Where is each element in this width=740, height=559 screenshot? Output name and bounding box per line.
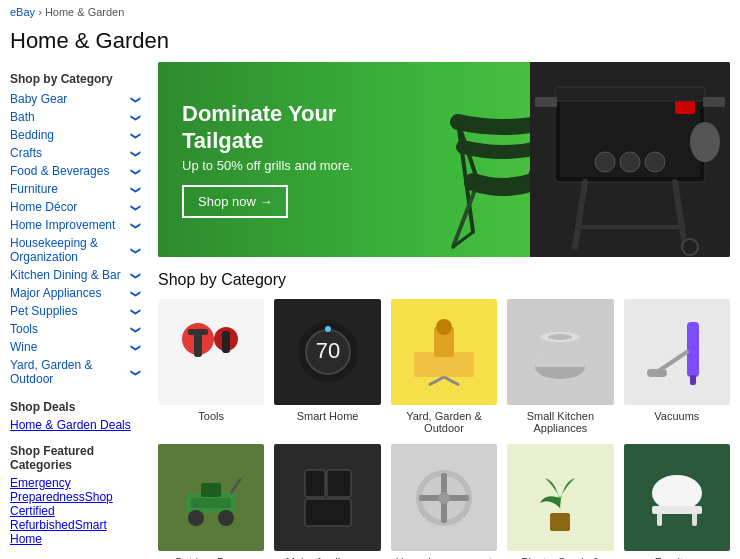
sidebar-category-item[interactable]: Yard, Garden & Outdoor❮	[10, 356, 138, 388]
shop-by-category-title: Shop by Category	[158, 271, 730, 289]
banner-title: Dominate Your Tailgate	[182, 101, 353, 154]
banner-shop-now-button[interactable]: Shop now →	[182, 185, 288, 218]
svg-line-34	[429, 377, 444, 385]
svg-rect-42	[647, 369, 667, 377]
svg-rect-14	[555, 87, 705, 101]
sidebar-category-item[interactable]: Bath❮	[10, 108, 138, 126]
category-item[interactable]: Yard, Garden & Outdoor	[391, 299, 497, 434]
category-image	[507, 299, 613, 405]
sidebar-category-item[interactable]: Wine❮	[10, 338, 138, 356]
category-image: 70	[274, 299, 380, 405]
svg-point-18	[682, 239, 698, 255]
category-label: Tools	[158, 410, 264, 422]
breadcrumb-current: Home & Garden	[45, 6, 124, 18]
sidebar-category-item[interactable]: Furniture❮	[10, 180, 138, 198]
sidebar-category-item[interactable]: Home Décor❮	[10, 198, 138, 216]
svg-rect-47	[201, 483, 221, 497]
svg-rect-26	[222, 331, 230, 353]
breadcrumb-ebay[interactable]: eBay	[10, 6, 35, 18]
category-grid: Tools70Smart HomeYard, Garden & OutdoorS…	[158, 299, 730, 559]
svg-point-45	[188, 510, 204, 526]
breadcrumb: eBay › Home & Garden	[0, 0, 740, 24]
svg-line-35	[444, 377, 459, 385]
category-item[interactable]: Tools	[158, 299, 264, 434]
svg-rect-20	[703, 97, 725, 107]
category-item[interactable]: Small Kitchen Appliances	[507, 299, 613, 434]
category-image	[274, 444, 380, 550]
sidebar-category-item[interactable]: Major Appliances❮	[10, 284, 138, 302]
shop-by-category-heading: Shop by Category	[10, 72, 138, 86]
svg-rect-21	[690, 122, 720, 162]
svg-rect-19	[535, 97, 557, 107]
category-item[interactable]: Vacuums	[624, 299, 730, 434]
page-title: Home & Garden	[0, 24, 740, 62]
category-image	[507, 444, 613, 550]
svg-rect-40	[690, 375, 696, 385]
category-image	[391, 444, 497, 550]
sidebar-category-item[interactable]: Kitchen Dining & Bar❮	[10, 266, 138, 284]
banner-grill-image	[530, 62, 730, 257]
svg-text:70: 70	[315, 338, 339, 363]
svg-point-10	[595, 152, 615, 172]
svg-rect-51	[327, 470, 351, 497]
svg-rect-58	[550, 513, 570, 531]
svg-line-16	[675, 182, 685, 247]
sidebar-category-item[interactable]: Food & Beverages❮	[10, 162, 138, 180]
svg-rect-50	[305, 470, 325, 497]
category-image	[158, 444, 264, 550]
main-content: Dominate Your Tailgate Up to 50% off gri…	[148, 62, 740, 559]
banner-text-area: Dominate Your Tailgate Up to 50% off gri…	[158, 81, 377, 238]
category-image	[391, 299, 497, 405]
shop-deals-heading: Shop Deals	[10, 400, 138, 414]
sidebar-category-item[interactable]: Housekeeping & Organization❮	[10, 234, 138, 266]
banner-subtitle: Up to 50% off grills and more.	[182, 158, 353, 173]
category-item[interactable]: Furniture	[624, 444, 730, 559]
category-image	[624, 299, 730, 405]
category-label: Smart Home	[274, 410, 380, 422]
category-image	[624, 444, 730, 550]
sidebar-featured-link[interactable]: Emergency Preparedness	[10, 476, 85, 504]
svg-line-48	[231, 478, 241, 493]
svg-line-15	[575, 182, 585, 247]
category-item[interactable]: Major Appliances	[274, 444, 380, 559]
category-image	[158, 299, 264, 405]
svg-point-12	[645, 152, 665, 172]
sidebar-categories: Baby Gear❮Bath❮Bedding❮Crafts❮Food & Bev…	[10, 90, 138, 388]
svg-rect-13	[675, 100, 695, 114]
svg-rect-52	[305, 499, 351, 526]
svg-point-30	[325, 326, 331, 332]
sidebar-category-item[interactable]: Pet Supplies❮	[10, 302, 138, 320]
shop-by-category-section: Shop by Category Tools70Smart HomeYard, …	[158, 271, 730, 559]
svg-rect-24	[188, 329, 208, 335]
sidebar-featured-list: Emergency PreparednessShop Certified Ref…	[10, 476, 138, 546]
category-item[interactable]: Plants, Seeds & Bulbs	[507, 444, 613, 559]
banner: Dominate Your Tailgate Up to 50% off gri…	[158, 62, 730, 257]
sidebar-category-item[interactable]: Crafts❮	[10, 144, 138, 162]
sidebar: Shop by Category Baby Gear❮Bath❮Bedding❮…	[0, 62, 148, 559]
sidebar-deals-list: Home & Garden Deals	[10, 418, 138, 432]
category-item[interactable]: 70Smart Home	[274, 299, 380, 434]
sidebar-category-item[interactable]: Bedding❮	[10, 126, 138, 144]
svg-point-33	[436, 319, 452, 335]
svg-point-38	[548, 334, 572, 340]
shop-featured-heading: Shop Featured Categories	[10, 444, 138, 472]
sidebar-deal-link[interactable]: Home & Garden Deals	[10, 418, 131, 432]
sidebar-category-item[interactable]: Tools❮	[10, 320, 138, 338]
category-label: Small Kitchen Appliances	[507, 410, 613, 434]
svg-point-57	[438, 492, 450, 504]
category-item[interactable]: Home Improvement	[391, 444, 497, 559]
svg-rect-39	[687, 322, 699, 377]
sidebar-category-item[interactable]: Home Improvement❮	[10, 216, 138, 234]
category-label: Vacuums	[624, 410, 730, 422]
svg-point-46	[218, 510, 234, 526]
category-label: Yard, Garden & Outdoor	[391, 410, 497, 434]
sidebar-category-item[interactable]: Baby Gear❮	[10, 90, 138, 108]
svg-rect-44	[191, 498, 231, 508]
svg-point-59	[652, 475, 702, 511]
svg-point-11	[620, 152, 640, 172]
svg-rect-62	[652, 506, 702, 514]
category-item[interactable]: Outdoor Power Equipment	[158, 444, 264, 559]
